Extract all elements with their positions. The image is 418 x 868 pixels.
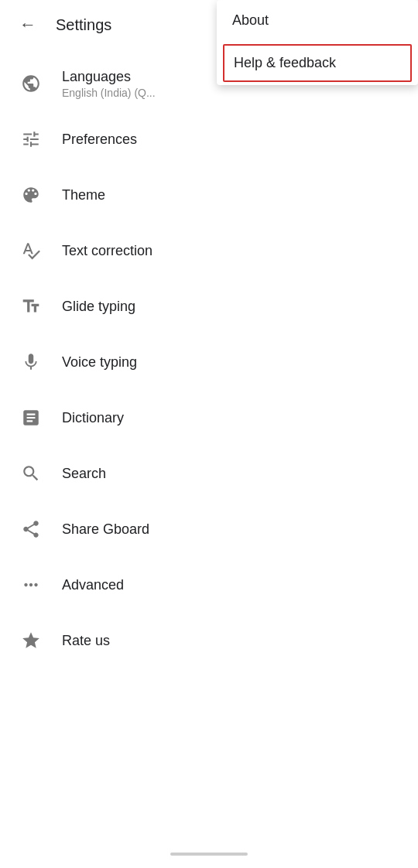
languages-text: Languages English (India) (Q... [62, 69, 156, 99]
star-icon [15, 625, 46, 656]
dictionary-icon [15, 402, 46, 433]
search-label: Search [62, 466, 106, 482]
settings-item-search[interactable]: Search [0, 446, 418, 501]
advanced-text: Advanced [62, 577, 124, 593]
settings-item-text-correction[interactable]: Text correction [0, 223, 418, 279]
glide-typing-label: Glide typing [62, 299, 135, 315]
preferences-text: Preferences [62, 132, 137, 148]
share-icon [15, 514, 46, 545]
dictionary-text: Dictionary [62, 410, 124, 426]
settings-item-share-gboard[interactable]: Share Gboard [0, 501, 418, 557]
settings-item-advanced[interactable]: Advanced [0, 557, 418, 613]
share-gboard-label: Share Gboard [62, 521, 149, 538]
dropdown-item-help-feedback[interactable]: Help & feedback [223, 44, 412, 82]
page-title: Settings [56, 16, 111, 34]
settings-item-dictionary[interactable]: Dictionary [0, 390, 418, 446]
settings-item-preferences[interactable]: Preferences [0, 111, 418, 167]
mic-icon [15, 347, 46, 378]
search-text: Search [62, 466, 106, 482]
dropdown-item-about[interactable]: About [217, 0, 418, 41]
search-icon [15, 458, 46, 489]
rate-us-text: Rate us [62, 633, 110, 649]
text-correction-label: Text correction [62, 243, 152, 259]
theme-label: Theme [62, 187, 105, 203]
theme-text: Theme [62, 187, 105, 203]
back-button[interactable]: ← [12, 9, 43, 40]
sliders-icon [15, 124, 46, 155]
back-arrow-icon: ← [19, 15, 36, 35]
settings-list: Languages English (India) (Q... Preferen… [0, 50, 418, 675]
bottom-bar [170, 853, 248, 856]
languages-sublabel: English (India) (Q... [62, 87, 156, 99]
glide-icon [15, 291, 46, 322]
text-correction-icon [15, 235, 46, 266]
settings-item-glide-typing[interactable]: Glide typing [0, 279, 418, 334]
globe-icon [15, 68, 46, 99]
languages-label: Languages [62, 69, 156, 85]
more-icon [15, 569, 46, 600]
settings-item-rate-us[interactable]: Rate us [0, 613, 418, 668]
share-gboard-text: Share Gboard [62, 521, 149, 538]
rate-us-label: Rate us [62, 633, 110, 649]
settings-item-theme[interactable]: Theme [0, 167, 418, 223]
preferences-label: Preferences [62, 132, 137, 148]
voice-typing-label: Voice typing [62, 354, 137, 371]
voice-typing-text: Voice typing [62, 354, 137, 371]
advanced-label: Advanced [62, 577, 124, 593]
dropdown-menu: About Help & feedback [217, 0, 418, 85]
palette-icon [15, 179, 46, 210]
dictionary-label: Dictionary [62, 410, 124, 426]
text-correction-text: Text correction [62, 243, 152, 259]
glide-typing-text: Glide typing [62, 299, 135, 315]
settings-item-voice-typing[interactable]: Voice typing [0, 334, 418, 390]
